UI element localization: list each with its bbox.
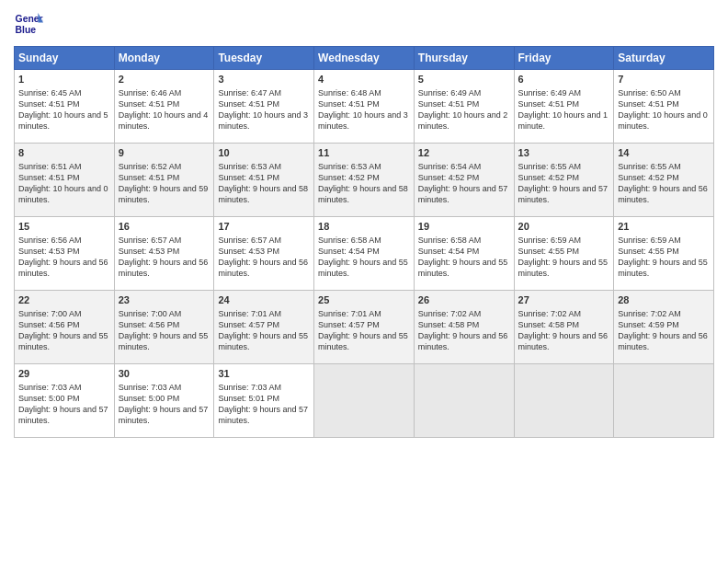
day-cell-18: 18Sunrise: 6:58 AMSunset: 4:54 PMDayligh…	[314, 217, 415, 291]
day-cell-25: 25Sunrise: 7:01 AMSunset: 4:57 PMDayligh…	[314, 291, 415, 364]
sunrise-label: Sunrise: 7:03 AM	[218, 383, 281, 392]
day-cell-6: 6Sunrise: 6:49 AMSunset: 4:51 PMDaylight…	[514, 70, 614, 144]
sunrise-label: Sunrise: 6:47 AM	[218, 88, 281, 98]
empty-cell	[614, 364, 714, 438]
day-cell-29: 29Sunrise: 7:03 AMSunset: 5:00 PMDayligh…	[15, 364, 115, 438]
sunset-label: Sunset: 4:51 PM	[119, 173, 180, 182]
day-cell-3: 3Sunrise: 6:47 AMSunset: 4:51 PMDaylight…	[214, 70, 314, 144]
col-header-friday: Friday	[514, 47, 614, 70]
sunrise-label: Sunrise: 7:01 AM	[218, 309, 281, 318]
day-cell-5: 5Sunrise: 6:49 AMSunset: 4:51 PMDaylight…	[414, 70, 514, 144]
day-number: 21	[618, 220, 710, 234]
sunrise-label: Sunrise: 6:49 AM	[418, 88, 482, 98]
calendar-body: 1Sunrise: 6:45 AMSunset: 4:51 PMDaylight…	[15, 70, 714, 438]
day-number: 19	[418, 220, 510, 234]
sunrise-label: Sunrise: 6:53 AM	[218, 162, 281, 171]
daylight-label: Daylight: 10 hours and 1 minute.	[518, 110, 609, 131]
week-row-4: 22Sunrise: 7:00 AMSunset: 4:56 PMDayligh…	[15, 291, 714, 364]
daylight-label: Daylight: 9 hours and 59 minutes.	[119, 184, 209, 204]
day-cell-19: 19Sunrise: 6:58 AMSunset: 4:54 PMDayligh…	[414, 217, 514, 291]
daylight-label: Daylight: 9 hours and 56 minutes.	[518, 331, 609, 351]
day-number: 29	[18, 367, 110, 381]
day-number: 31	[218, 367, 310, 381]
sunrise-label: Sunrise: 6:56 AM	[18, 236, 82, 245]
day-number: 16	[119, 220, 210, 234]
sunset-label: Sunset: 4:53 PM	[218, 247, 279, 256]
day-number: 1	[18, 73, 110, 86]
sunset-label: Sunset: 4:51 PM	[318, 99, 380, 109]
daylight-label: Daylight: 10 hours and 5 minutes.	[18, 110, 108, 131]
day-number: 8	[18, 146, 110, 160]
day-cell-22: 22Sunrise: 7:00 AMSunset: 4:56 PMDayligh…	[15, 291, 115, 364]
calendar-table: SundayMondayTuesdayWednesdayThursdayFrid…	[14, 46, 714, 438]
sunrise-label: Sunrise: 6:58 AM	[318, 236, 381, 245]
sunset-label: Sunset: 4:59 PM	[618, 320, 679, 329]
daylight-label: Daylight: 9 hours and 55 minutes.	[119, 331, 209, 351]
week-row-3: 15Sunrise: 6:56 AMSunset: 4:53 PMDayligh…	[15, 217, 714, 291]
daylight-label: Daylight: 10 hours and 2 minutes.	[418, 110, 508, 131]
day-cell-27: 27Sunrise: 7:02 AMSunset: 4:58 PMDayligh…	[514, 291, 614, 364]
col-header-tuesday: Tuesday	[214, 47, 314, 70]
col-header-saturday: Saturday	[614, 47, 714, 70]
daylight-label: Daylight: 9 hours and 55 minutes.	[518, 258, 609, 278]
day-cell-7: 7Sunrise: 6:50 AMSunset: 4:51 PMDaylight…	[614, 70, 714, 144]
sunset-label: Sunset: 4:54 PM	[418, 247, 480, 256]
daylight-label: Daylight: 10 hours and 0 minutes.	[618, 110, 708, 131]
sunrise-label: Sunrise: 6:52 AM	[119, 162, 182, 171]
day-number: 13	[518, 146, 610, 160]
sunset-label: Sunset: 4:58 PM	[518, 320, 580, 329]
day-cell-2: 2Sunrise: 6:46 AMSunset: 4:51 PMDaylight…	[114, 70, 214, 144]
week-row-2: 8Sunrise: 6:51 AMSunset: 4:51 PMDaylight…	[15, 144, 714, 217]
sunrise-label: Sunrise: 6:59 AM	[618, 236, 681, 245]
day-number: 12	[418, 146, 510, 160]
sunrise-label: Sunrise: 6:48 AM	[318, 88, 381, 98]
daylight-label: Daylight: 9 hours and 57 minutes.	[119, 405, 209, 425]
day-number: 17	[218, 220, 310, 234]
sunset-label: Sunset: 4:53 PM	[18, 247, 80, 256]
day-number: 4	[318, 73, 410, 86]
day-number: 9	[119, 146, 210, 160]
sunset-label: Sunset: 4:51 PM	[218, 99, 279, 109]
day-number: 27	[518, 293, 610, 307]
col-header-wednesday: Wednesday	[314, 47, 415, 70]
day-cell-9: 9Sunrise: 6:52 AMSunset: 4:51 PMDaylight…	[114, 144, 214, 217]
daylight-label: Daylight: 10 hours and 4 minutes.	[119, 110, 209, 131]
day-cell-20: 20Sunrise: 6:59 AMSunset: 4:55 PMDayligh…	[514, 217, 614, 291]
day-number: 2	[119, 73, 210, 86]
sunrise-label: Sunrise: 6:57 AM	[119, 236, 182, 245]
daylight-label: Daylight: 9 hours and 55 minutes.	[318, 331, 408, 351]
day-number: 28	[618, 293, 710, 307]
daylight-label: Daylight: 9 hours and 57 minutes.	[418, 184, 508, 204]
empty-cell	[514, 364, 614, 438]
sunrise-label: Sunrise: 6:55 AM	[518, 162, 582, 171]
day-cell-15: 15Sunrise: 6:56 AMSunset: 4:53 PMDayligh…	[15, 217, 115, 291]
day-cell-12: 12Sunrise: 6:54 AMSunset: 4:52 PMDayligh…	[414, 144, 514, 217]
sunset-label: Sunset: 4:58 PM	[418, 320, 480, 329]
daylight-label: Daylight: 9 hours and 56 minutes.	[18, 258, 108, 278]
daylight-label: Daylight: 9 hours and 55 minutes.	[318, 258, 408, 278]
daylight-label: Daylight: 9 hours and 56 minutes.	[218, 258, 308, 278]
daylight-label: Daylight: 9 hours and 55 minutes.	[18, 331, 108, 351]
sunrise-label: Sunrise: 6:59 AM	[518, 236, 582, 245]
sunrise-label: Sunrise: 6:54 AM	[418, 162, 482, 171]
sunset-label: Sunset: 4:55 PM	[618, 247, 679, 256]
day-number: 20	[518, 220, 610, 234]
sunset-label: Sunset: 4:55 PM	[518, 247, 580, 256]
day-cell-8: 8Sunrise: 6:51 AMSunset: 4:51 PMDaylight…	[15, 144, 115, 217]
day-cell-14: 14Sunrise: 6:55 AMSunset: 4:52 PMDayligh…	[614, 144, 714, 217]
sunrise-label: Sunrise: 6:46 AM	[119, 88, 182, 98]
col-header-monday: Monday	[114, 47, 214, 70]
sunset-label: Sunset: 4:53 PM	[119, 247, 180, 256]
sunset-label: Sunset: 4:51 PM	[618, 99, 679, 109]
daylight-label: Daylight: 9 hours and 56 minutes.	[119, 258, 209, 278]
day-number: 15	[18, 220, 110, 234]
day-number: 24	[218, 293, 310, 307]
day-number: 26	[418, 293, 510, 307]
day-number: 18	[318, 220, 410, 234]
day-cell-31: 31Sunrise: 7:03 AMSunset: 5:01 PMDayligh…	[214, 364, 314, 438]
sunrise-label: Sunrise: 6:58 AM	[418, 236, 482, 245]
day-cell-21: 21Sunrise: 6:59 AMSunset: 4:55 PMDayligh…	[614, 217, 714, 291]
sunrise-label: Sunrise: 7:00 AM	[119, 309, 182, 318]
logo: General Blue	[14, 9, 47, 39]
daylight-label: Daylight: 9 hours and 55 minutes.	[218, 331, 308, 351]
